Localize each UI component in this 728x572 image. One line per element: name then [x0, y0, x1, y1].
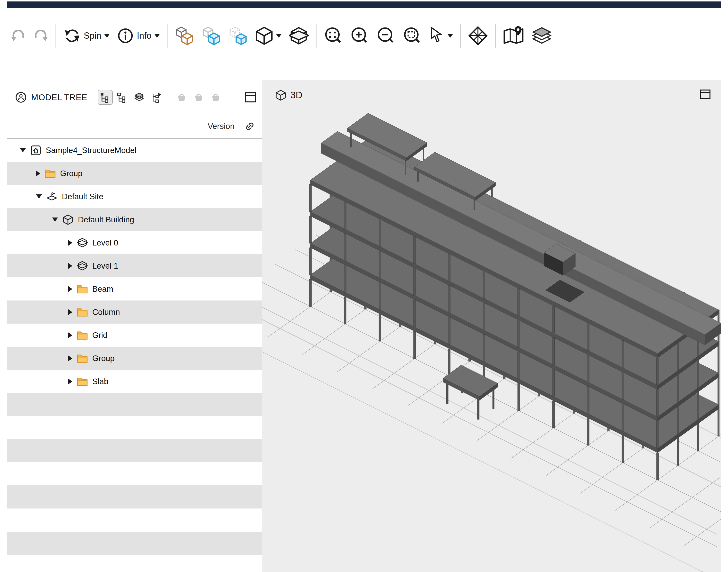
folder-icon: [77, 353, 88, 363]
compare-models-button[interactable]: [175, 26, 194, 46]
model-root-icon: [30, 145, 41, 156]
folder-icon: [77, 376, 88, 386]
tree-item-grid[interactable]: Grid: [7, 324, 262, 347]
tree-item-default-site[interactable]: Default Site: [7, 185, 262, 208]
tree-item-default-building[interactable]: Default Building: [7, 208, 262, 231]
tree-empty-row: [7, 393, 262, 416]
zoom-out-button[interactable]: [376, 26, 396, 45]
caret-right-icon[interactable]: [68, 309, 72, 315]
layers-icon: [531, 26, 552, 46]
caret-right-icon[interactable]: [68, 263, 72, 269]
toolbar-separator: [167, 24, 168, 48]
section-plane-icon: [289, 26, 309, 46]
tree-item-label: Grid: [92, 331, 107, 340]
view-tagged-button[interactable]: [149, 90, 163, 104]
model-tree-panel: MODEL TREE: [7, 80, 262, 572]
tree-item-label: Default Site: [62, 192, 104, 201]
viewport-view-label: 3D: [276, 89, 302, 101]
redo-icon: [33, 28, 48, 43]
basket-icon: [193, 92, 204, 103]
cube-blue-icon: [201, 26, 221, 46]
tree-empty-row: [7, 439, 262, 462]
mesh-grid-button[interactable]: [468, 26, 488, 46]
tagged-tree-icon: [151, 92, 162, 103]
info-icon: [117, 27, 134, 44]
link-button[interactable]: [244, 121, 255, 132]
chevron-down-icon: [447, 34, 453, 38]
spin-button[interactable]: Spin: [63, 27, 110, 45]
panel-toggle-button[interactable]: [244, 92, 256, 103]
tree-item-label: Slab: [92, 377, 108, 386]
site-icon: [46, 191, 57, 202]
tree-item-column[interactable]: Column: [7, 300, 262, 324]
cube-icon: [255, 26, 273, 46]
tree-item-label: Level 0: [92, 238, 118, 247]
caret-right-icon[interactable]: [68, 355, 72, 361]
panel-title: MODEL TREE: [31, 92, 87, 102]
version-column-header[interactable]: Version: [208, 122, 235, 131]
redo-button[interactable]: [33, 28, 48, 43]
view-cube-button[interactable]: [255, 26, 282, 46]
folder-icon: [77, 330, 88, 340]
caret-right-icon[interactable]: [68, 240, 72, 246]
zoom-out-icon: [376, 26, 396, 45]
zoom-extents-button[interactable]: [324, 26, 343, 45]
tree-empty-row: [7, 462, 262, 485]
tree-item-beam[interactable]: Beam: [7, 277, 262, 300]
tree-item-level-1[interactable]: Level 1: [7, 254, 262, 277]
model-tree-list: Sample4_StructureModelGroupDefault SiteD…: [7, 139, 262, 572]
tree-item-level-0[interactable]: Level 0: [7, 231, 262, 254]
tree-empty-row: [7, 508, 262, 531]
basket-save-button[interactable]: [175, 90, 189, 104]
info-button[interactable]: Info: [117, 27, 160, 44]
zoom-in-icon: [350, 26, 369, 45]
zoom-extents-icon: [324, 26, 343, 45]
view-list-button[interactable]: [115, 90, 129, 104]
tree-item-label: Group: [60, 169, 82, 178]
version-header-row: Version: [7, 114, 262, 139]
spin-icon: [63, 27, 81, 45]
view-hierarchy-button[interactable]: [98, 90, 112, 104]
tree-item-slab[interactable]: Slab: [7, 370, 262, 393]
layers-button[interactable]: [531, 26, 552, 46]
3d-viewport-canvas[interactable]: 3D: [262, 80, 721, 572]
window-title-bar: [7, 1, 721, 8]
caret-right-icon[interactable]: [68, 378, 72, 384]
zoom-window-icon: [403, 26, 422, 45]
caret-right-icon[interactable]: [68, 332, 72, 338]
basket-add-button[interactable]: [192, 90, 206, 104]
caret-down-icon[interactable]: [20, 148, 26, 152]
section-plane-button[interactable]: [289, 26, 309, 46]
show-selected-button[interactable]: [201, 26, 221, 46]
spin-label: Spin: [84, 31, 101, 41]
folder-icon: [77, 307, 88, 317]
undo-icon: [11, 28, 26, 43]
pick-select-button[interactable]: [429, 26, 453, 45]
level-icon: [77, 237, 88, 248]
cursor-pick-icon: [429, 26, 444, 45]
view-layers-button[interactable]: [132, 90, 146, 104]
isolate-selected-button[interactable]: [228, 26, 248, 46]
tree-item-sample4-structuremodel[interactable]: Sample4_StructureModel: [7, 139, 262, 162]
caret-right-icon[interactable]: [36, 170, 40, 176]
undo-button[interactable]: [11, 28, 26, 43]
tree-item-label: Default Building: [78, 215, 134, 224]
tree-item-group[interactable]: Group: [7, 347, 262, 370]
toolbar-separator: [316, 24, 316, 48]
basket-remove-button[interactable]: [209, 90, 223, 104]
model-tree-header: MODEL TREE: [7, 80, 262, 114]
tree-empty-row: [7, 531, 262, 555]
zoom-window-button[interactable]: [403, 26, 422, 45]
tree-item-group[interactable]: Group: [7, 162, 262, 185]
map-button[interactable]: [503, 26, 524, 46]
chevron-down-icon: [155, 34, 160, 38]
mesh-grid-icon: [468, 26, 488, 46]
model-tree-icon: [15, 91, 27, 103]
caret-right-icon[interactable]: [68, 286, 72, 292]
basket-icon: [176, 92, 187, 103]
zoom-in-button[interactable]: [350, 26, 369, 45]
viewport-panel-toggle-button[interactable]: [699, 89, 711, 100]
caret-down-icon[interactable]: [52, 217, 58, 222]
caret-down-icon[interactable]: [36, 194, 42, 199]
link-icon: [244, 121, 255, 132]
